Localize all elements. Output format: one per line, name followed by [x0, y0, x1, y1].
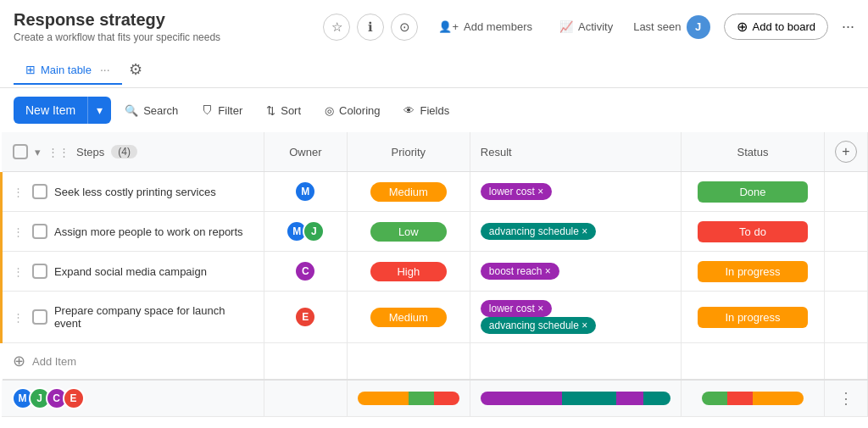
page-title: Response strategy	[14, 10, 220, 30]
table-row: ⋮ Expand social media campaign CHighboos…	[2, 252, 868, 292]
row-drag-icon[interactable]: ⋮	[13, 311, 24, 324]
step-cell: ⋮ Expand social media campaign	[13, 264, 253, 279]
add-to-board-button[interactable]: ⊕ Add to board	[724, 14, 828, 40]
select-all-checkbox[interactable]	[13, 144, 28, 159]
add-item-label: Add Item	[32, 355, 76, 368]
step-text: Seek less costly printing services	[54, 186, 216, 198]
table-row: ⋮ Assign more people to work on reports …	[2, 212, 868, 252]
row-checkbox[interactable]	[32, 264, 47, 279]
tab-settings[interactable]: ⚙	[122, 53, 149, 87]
footer-more-icon[interactable]: ⋮	[838, 390, 854, 407]
search-button[interactable]: 🔍 Search	[114, 98, 188, 123]
activity-icon: 📈	[559, 20, 573, 33]
owner-col-header: Owner	[264, 132, 347, 172]
table-icon: ⊞	[25, 63, 36, 76]
add-column-button[interactable]: +	[835, 141, 857, 163]
footer-result-cell	[470, 380, 681, 417]
result-chip[interactable]: advancing schedule ×	[481, 317, 596, 334]
status-badge[interactable]: To do	[698, 221, 808, 242]
coloring-button[interactable]: ◎ Coloring	[314, 98, 390, 123]
filter-icon: ⛉	[202, 104, 213, 117]
add-item-cell[interactable]: ⊕ Add Item	[2, 343, 264, 381]
add-item-empty-result	[470, 343, 681, 381]
priority-badge[interactable]: High	[370, 262, 447, 281]
status-col-header: Status	[682, 132, 825, 172]
tab-main-table[interactable]: ⊞ Main table ···	[14, 56, 122, 85]
footer-owner-cell	[264, 380, 347, 417]
star-icon[interactable]: ☆	[323, 14, 350, 41]
row-checkbox[interactable]	[32, 184, 47, 199]
header-left: Response strategy Create a workflow that…	[14, 10, 220, 43]
sort-icon: ⇅	[266, 104, 275, 117]
new-item-button[interactable]: New Item ▾	[14, 97, 111, 124]
priority-badge[interactable]: Medium	[370, 182, 447, 202]
table-row: ⋮ Seek less costly printing services MMe…	[2, 172, 868, 212]
add-item-empty-status	[682, 343, 825, 381]
status-cell[interactable]: To do	[682, 212, 825, 252]
history-icon[interactable]: ⊙	[391, 14, 418, 41]
result-chip[interactable]: advancing schedule ×	[481, 223, 596, 240]
add-item-row[interactable]: ⊕ Add Item	[2, 343, 868, 381]
step-text: Assign more people to work on reports	[54, 225, 243, 238]
filter-button[interactable]: ⛉ Filter	[192, 98, 253, 123]
priority-badge[interactable]: Low	[370, 222, 447, 242]
step-cell: ⋮ Prepare company space for launch event	[13, 304, 253, 330]
row-checkbox[interactable]	[32, 309, 47, 325]
footer-plus-cell[interactable]: ⋮	[824, 380, 867, 417]
row-drag-icon[interactable]: ⋮	[13, 225, 24, 238]
last-seen: Last seen J	[633, 15, 709, 39]
result-cell: lower cost ×advancing schedule ×	[470, 292, 681, 343]
table-header-row: ▾ ⋮⋮ Steps (4) Owner Priority Result Sta…	[2, 132, 868, 172]
add-column-header[interactable]: +	[824, 132, 867, 172]
priority-cell[interactable]: Low	[347, 212, 470, 252]
priority-cell[interactable]: High	[347, 252, 470, 292]
add-members-button[interactable]: 👤+ Add members	[431, 17, 539, 36]
result-col-header: Result	[470, 132, 681, 172]
sort-button[interactable]: ⇅ Sort	[256, 98, 311, 123]
status-badge[interactable]: In progress	[698, 261, 808, 282]
row-drag-icon[interactable]: ⋮	[13, 186, 24, 198]
priority-cell[interactable]: Medium	[347, 172, 470, 212]
row-action-cell	[824, 212, 867, 252]
add-to-board-icon: ⊕	[737, 19, 748, 35]
more-options-icon[interactable]: ···	[842, 18, 854, 36]
fields-icon: 👁	[403, 104, 415, 117]
drag-icon: ⋮⋮	[47, 146, 70, 158]
status-badge[interactable]: Done	[698, 181, 808, 203]
owner-cell: E	[264, 292, 347, 343]
footer-steps-cell: MJCE	[2, 380, 264, 417]
result-chip[interactable]: lower cost ×	[481, 183, 552, 200]
fields-button[interactable]: 👁 Fields	[393, 98, 459, 123]
add-item-empty-priority	[347, 343, 470, 381]
steps-count: (4)	[111, 145, 137, 158]
status-cell[interactable]: In progress	[682, 252, 825, 292]
search-icon: 🔍	[125, 104, 138, 117]
tab-more-icon[interactable]: ···	[100, 63, 110, 76]
result-cell: lower cost ×	[470, 172, 681, 212]
header-right: ☆ ℹ ⊙ 👤+ Add members 📈 Activity Last see…	[323, 14, 854, 41]
result-cell: boost reach ×	[470, 252, 681, 292]
table-row: ⋮ Prepare company space for launch event…	[2, 292, 868, 343]
steps-header: ▾ ⋮⋮ Steps (4)	[13, 144, 253, 159]
result-chip[interactable]: boost reach ×	[481, 263, 559, 280]
status-cell[interactable]: In progress	[682, 292, 825, 343]
activity-button[interactable]: 📈 Activity	[553, 17, 620, 36]
avatar: J	[687, 15, 710, 39]
new-item-dropdown-arrow[interactable]: ▾	[87, 97, 111, 124]
page-header: Response strategy Create a workflow that…	[0, 0, 868, 47]
row-checkbox[interactable]	[32, 224, 47, 239]
avatar: M	[294, 181, 316, 203]
footer-summary-row: MJCE⋮	[2, 380, 868, 417]
add-members-icon: 👤+	[438, 20, 459, 33]
priority-cell[interactable]: Medium	[347, 292, 470, 343]
row-drag-icon[interactable]: ⋮	[13, 265, 24, 278]
add-item-empty-plus	[824, 343, 867, 381]
chevron-down-icon[interactable]: ▾	[35, 146, 41, 158]
tab-main-table-label: Main table	[41, 64, 92, 76]
result-chip[interactable]: lower cost ×	[481, 300, 552, 317]
status-badge[interactable]: In progress	[698, 307, 808, 328]
new-item-label: New Item	[14, 97, 87, 124]
info-icon[interactable]: ℹ	[357, 14, 384, 41]
status-cell[interactable]: Done	[682, 172, 825, 212]
priority-badge[interactable]: Medium	[370, 308, 447, 327]
